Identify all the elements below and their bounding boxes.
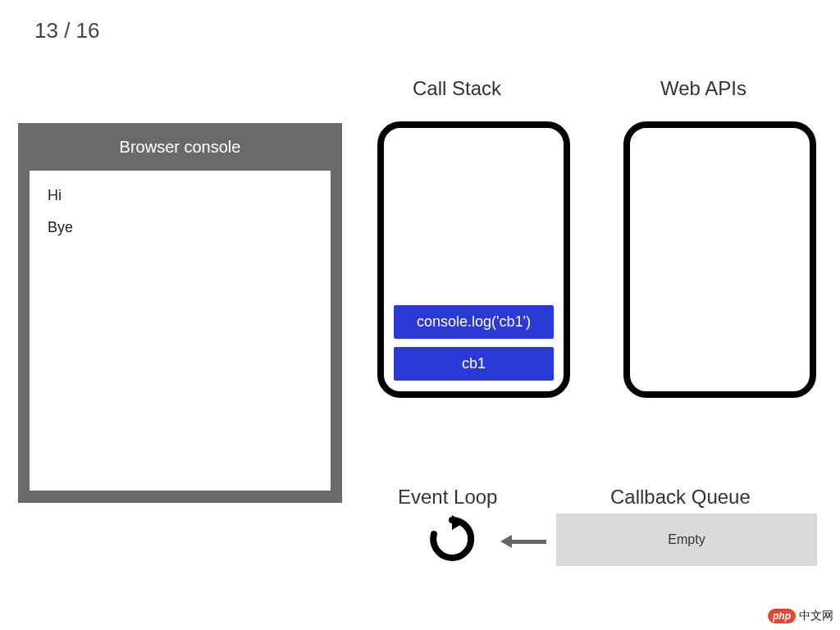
browser-console-title: Browser console (120, 138, 241, 157)
watermark-text: 中文网 (799, 609, 833, 623)
call-stack-box: console.log('cb1') cb1 (377, 121, 570, 398)
web-apis-box (623, 121, 816, 398)
console-line: Bye (48, 219, 313, 236)
svg-marker-0 (452, 515, 464, 530)
console-line: Hi (48, 187, 313, 204)
stack-frame: console.log('cb1') (394, 305, 554, 339)
heading-web-apis: Web APIs (660, 77, 746, 100)
browser-console-body: Hi Bye (30, 171, 331, 491)
browser-console-panel: Browser console Hi Bye (18, 123, 342, 503)
heading-callback-queue: Callback Queue (610, 486, 751, 509)
heading-event-loop: Event Loop (398, 486, 497, 509)
browser-console-titlebar: Browser console (18, 123, 342, 171)
callback-queue-status: Empty (668, 532, 705, 547)
stack-frame: cb1 (394, 347, 554, 381)
arrow-queue-to-loop-icon (500, 533, 546, 550)
callback-queue-box: Empty (556, 514, 817, 566)
watermark-badge: php (768, 609, 796, 623)
step-counter: 13 / 16 (34, 18, 100, 43)
watermark: php 中文网 (768, 609, 833, 623)
heading-call-stack: Call Stack (413, 77, 501, 100)
event-loop-icon (428, 515, 476, 563)
